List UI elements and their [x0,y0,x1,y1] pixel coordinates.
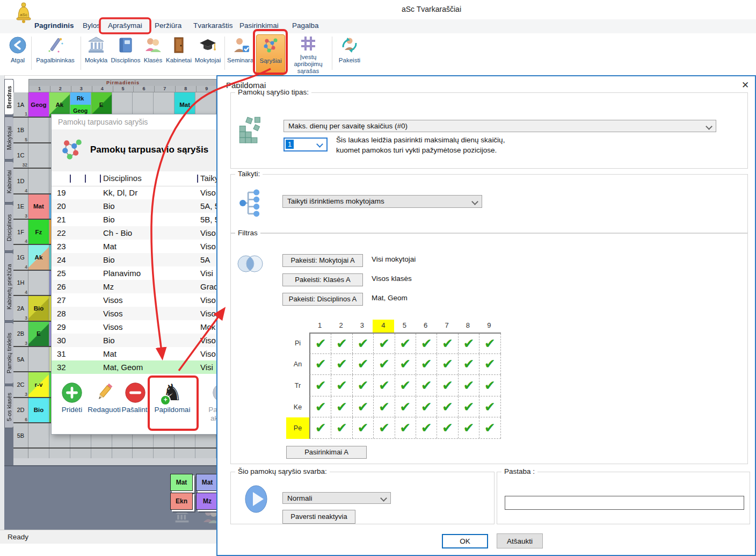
grid-check-Ke-5[interactable]: ✔ [395,396,416,417]
grid-check-An-7[interactable]: ✔ [437,354,458,375]
class-label-1C[interactable]: 1C32 [13,143,28,168]
relation-row-23[interactable]: 23MatViso [52,240,229,253]
grid-check-Pe-3[interactable]: ✔ [353,417,374,438]
lesson-card[interactable]: Rk [70,92,91,105]
grid-check-An-8[interactable]: ✔ [459,354,479,375]
relation-row-31[interactable]: 31MatViso [52,347,229,360]
lesson-cell[interactable] [195,92,216,117]
grid-check-Ke-9[interactable]: ✔ [479,396,500,417]
change-classes-button[interactable]: Pakeisti: Klasės A [282,273,363,286]
grid-check-Pe-2[interactable]: ✔ [331,417,352,438]
grid-check-Tr-9[interactable]: ✔ [479,375,500,396]
sidebar-tab-2[interactable]: Mokytojai [4,117,14,160]
note-input[interactable] [505,496,744,510]
importance-dropdown[interactable]: Normali [282,492,391,504]
edit-button[interactable]: Redaguoti [87,380,121,414]
teachers-button[interactable]: Mokytojai [192,34,223,74]
grid-check-Pe-8[interactable]: ✔ [459,417,479,438]
change-button[interactable]: Pakeisti [335,34,364,74]
cancel-button[interactable]: Atšaukti [497,533,543,548]
lesson-cell[interactable]: E [28,322,49,346]
grid-check-Ke-3[interactable]: ✔ [353,396,374,417]
lesson-cell[interactable]: Bio [28,398,49,422]
seminars-button[interactable]: Seminarai [227,34,256,74]
class-label-1D[interactable]: 1D4 [13,169,28,193]
sidebar-tab-3[interactable]: Kabinetai [4,161,14,203]
menu-item-peržiūra[interactable]: Peržiūra [155,21,181,30]
relation-row-20[interactable]: 20Bio5A, 5 [52,199,229,213]
lesson-cell[interactable]: Ak [49,92,70,117]
grid-check-Pi-6[interactable]: ✔ [416,334,437,353]
lesson-cell[interactable] [154,92,175,117]
class-label-2B[interactable]: 2B3 [13,322,28,346]
lesson-cell[interactable] [28,118,49,142]
subjects-button[interactable]: Disciplinos [111,34,141,74]
card-mat-0[interactable]: Mat [170,474,193,491]
grid-check-Pe-6[interactable]: ✔ [416,417,437,438]
lesson-cell[interactable]: E [91,92,112,117]
grid-check-Pi-4[interactable]: ✔ [374,334,395,353]
lesson-cell[interactable]: Geog [28,92,49,117]
grid-check-An-2[interactable]: ✔ [331,354,352,375]
max-days-combobox[interactable]: 1 [284,138,328,151]
lesson-cell[interactable]: Fz [28,220,49,244]
grid-check-Tr-8[interactable]: ✔ [459,375,479,396]
grid-check-Tr-1[interactable]: ✔ [310,375,331,396]
constraints-list-button[interactable]: Įvestų apribojimų sąrašas [286,34,331,74]
change-teachers-button[interactable]: Pakeisti: Mokytojai A [282,254,363,267]
grid-check-Tr-4[interactable]: ✔ [374,375,395,396]
grid-check-Pe-7[interactable]: ✔ [437,417,458,438]
class-label-1G[interactable]: 1G4 [13,245,28,269]
grid-check-Pi-7[interactable]: ✔ [437,334,458,353]
menu-item-bylos[interactable]: Bylos [83,21,100,30]
class-label-2D[interactable]: 2D6 [13,398,28,422]
class-label-1H[interactable]: 1H4 [13,271,28,295]
class-label-1E[interactable]: 1E3 [13,194,28,219]
card-mz-3[interactable]: Mz [196,493,219,510]
relation-row-28[interactable]: 28VisosViso [52,307,229,320]
grid-check-Tr-6[interactable]: ✔ [416,375,437,396]
grid-check-Tr-7[interactable]: ✔ [437,375,458,396]
lesson-cell[interactable] [133,92,154,117]
lesson-cell[interactable]: Bio [28,296,49,320]
lesson-cell[interactable] [112,92,133,117]
lesson-cell[interactable]: Mat [28,194,49,219]
relation-row-21[interactable]: 21Bio5B, 5 [52,213,229,226]
grid-check-Pi-8[interactable]: ✔ [459,334,479,353]
grid-check-Tr-3[interactable]: ✔ [353,375,374,396]
grid-check-Pe-9[interactable]: ✔ [479,417,500,438]
menu-item-aprašymai[interactable]: Aprašymai [108,21,142,30]
grid-check-Ke-6[interactable]: ✔ [416,396,437,417]
lesson-cell[interactable] [28,347,49,371]
grid-check-Pi-2[interactable]: ✔ [331,334,352,353]
lesson-cell[interactable]: r-v [28,372,49,396]
lesson-cell[interactable] [28,423,49,447]
relation-row-25[interactable]: 25PlanavimoVisi [52,266,229,280]
grid-check-Pi-9[interactable]: ✔ [479,334,500,353]
add-button[interactable]: Pridėti [58,380,86,414]
lesson-cell[interactable]: Ak [28,245,49,269]
relation-row-26[interactable]: 26MzGrad [52,280,229,293]
back-button[interactable]: Atgal [4,34,31,74]
grid-check-Pe-4[interactable]: ✔ [374,417,395,438]
class-label-2C[interactable]: 2C3 [13,372,28,396]
advanced-button[interactable]: ♞+ Papildomai [151,380,193,414]
selections-button[interactable]: Pasirinkimai A [286,446,367,459]
relation-row-30[interactable]: 30BioViso [52,334,229,347]
card-mat-1[interactable]: Mat [196,474,219,491]
grid-check-Ke-2[interactable]: ✔ [331,396,352,417]
ok-button[interactable]: OK [442,534,488,548]
menu-item-pagalba[interactable]: Pagalba [292,21,319,30]
apply-to-dropdown[interactable]: Taikyti išrinktiems mokytojams [282,195,482,208]
grid-check-Ke-4[interactable]: ✔ [374,396,395,417]
class-label-1B[interactable]: 1B5 [13,118,28,142]
close-icon[interactable]: ✕ [739,80,751,91]
class-label-2A[interactable]: 2A3 [13,296,28,320]
lesson-cell[interactable] [28,169,49,193]
relation-row-24[interactable]: 24Bio5A [52,253,229,266]
grid-check-An-3[interactable]: ✔ [353,354,374,375]
wizard-button[interactable]: Pagalbininkas [32,34,78,74]
card-ekn-2[interactable]: Ekn [170,493,193,510]
delete-button[interactable]: Pašalinti [122,380,148,414]
grid-check-Ke-8[interactable]: ✔ [459,396,479,417]
